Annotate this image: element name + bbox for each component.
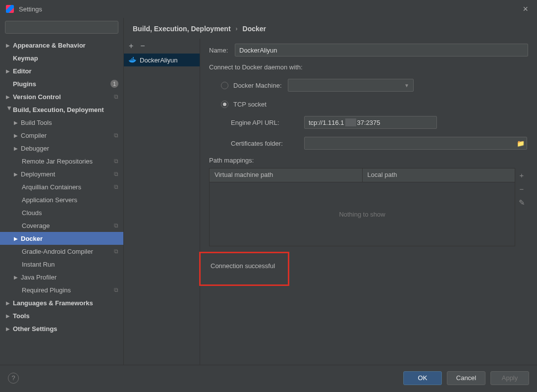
radio-docker-machine-label: Docker Machine:: [233, 82, 283, 89]
settings-tree: ▶Appearance & Behavior Keymap ▶Editor Pl…: [0, 39, 123, 365]
docker-server-name: DockerAliyun: [140, 56, 178, 64]
scope-icon: ⧉: [114, 286, 118, 293]
tree-remote-jar[interactable]: Remote Jar Repositories⧉: [0, 155, 123, 168]
cert-folder-label: Certificates folder:: [231, 140, 304, 147]
apply-button[interactable]: Apply: [490, 371, 529, 385]
scope-icon: ⧉: [114, 170, 118, 177]
tree-debugger[interactable]: ▶Debugger: [0, 142, 123, 155]
tree-build-tools[interactable]: ▶Build Tools: [0, 116, 123, 129]
settings-sidebar: 🔍 ▶Appearance & Behavior Keymap ▶Editor …: [0, 18, 124, 365]
edit-mapping-button[interactable]: ✎: [515, 196, 528, 210]
tree-instant-run[interactable]: Instant Run: [0, 258, 123, 271]
plugins-badge: 1: [110, 80, 118, 88]
tree-required-plugins[interactable]: Required Plugins⧉: [0, 283, 123, 296]
tree-coverage[interactable]: Coverage⧉: [0, 219, 123, 232]
tree-arquillian[interactable]: Arquillian Containers⧉: [0, 180, 123, 193]
scope-icon: ⧉: [114, 248, 118, 255]
scope-icon: ⧉: [114, 183, 118, 190]
tree-bed[interactable]: ▶Build, Execution, Deployment: [0, 103, 123, 116]
remove-mapping-button[interactable]: −: [515, 182, 528, 196]
col-vm-path[interactable]: Virtual machine path: [210, 168, 363, 182]
tree-appearance[interactable]: ▶Appearance & Behavior: [0, 39, 123, 52]
add-mapping-button[interactable]: +: [515, 168, 528, 182]
name-label: Name:: [209, 47, 235, 54]
connection-status: Connection successful: [211, 262, 275, 270]
connect-label: Connect to Docker daemon with:: [209, 63, 528, 71]
engine-api-label: Engine API URL:: [231, 119, 304, 126]
docker-server-item[interactable]: DockerAliyun: [124, 54, 200, 66]
breadcrumb: Build, Execution, Deployment › Docker: [124, 18, 537, 39]
app-icon: [6, 5, 14, 13]
tree-version-control[interactable]: ▶Version Control⧉: [0, 90, 123, 103]
scope-icon: ⧉: [114, 222, 118, 229]
help-button[interactable]: ?: [8, 373, 19, 384]
tree-deployment[interactable]: ▶Deployment⧉: [0, 168, 123, 180]
tree-compiler[interactable]: ▶Compiler⧉: [0, 129, 123, 142]
radio-tcp-socket-label: TCP socket: [233, 101, 283, 108]
docker-detail-panel: Name: Connect to Docker daemon with: Doc…: [200, 39, 537, 365]
table-empty: Nothing to show: [210, 182, 515, 246]
close-icon[interactable]: ×: [520, 4, 531, 14]
tree-languages[interactable]: ▶Languages & Frameworks: [0, 296, 123, 309]
radio-tcp-socket[interactable]: [221, 101, 228, 108]
tree-gradle-android[interactable]: Gradle-Android Compiler⧉: [0, 245, 123, 258]
col-local-path[interactable]: Local path: [363, 168, 515, 182]
radio-docker-machine[interactable]: [221, 82, 228, 89]
breadcrumb-a[interactable]: Build, Execution, Deployment: [133, 25, 231, 33]
ok-button[interactable]: OK: [403, 371, 442, 385]
breadcrumb-b: Docker: [243, 25, 266, 33]
connection-status-highlight: Connection successful: [199, 252, 289, 286]
cert-folder-input[interactable]: [304, 137, 527, 150]
tree-plugins[interactable]: Plugins1: [0, 77, 123, 90]
tree-clouds[interactable]: Clouds: [0, 206, 123, 219]
path-mappings-table: Virtual machine path Local path Nothing …: [209, 168, 515, 246]
chevron-right-icon: ›: [236, 25, 238, 32]
masked-segment: [345, 118, 356, 126]
tree-editor[interactable]: ▶Editor: [0, 64, 123, 77]
tree-docker[interactable]: ▶Docker: [0, 232, 123, 245]
tree-app-servers[interactable]: Application Servers: [0, 193, 123, 206]
window-title: Settings: [19, 5, 42, 13]
name-input[interactable]: [235, 44, 528, 56]
docker-icon: [129, 57, 137, 63]
tree-other[interactable]: ▶Other Settings: [0, 322, 123, 335]
engine-api-input[interactable]: tcp://1.116.1 37:2375: [304, 116, 437, 129]
cancel-button[interactable]: Cancel: [447, 371, 485, 385]
scope-icon: ⧉: [114, 93, 118, 100]
browse-folder-icon[interactable]: 📁: [514, 137, 527, 150]
tree-java-profiler[interactable]: ▶Java Profiler: [0, 271, 123, 283]
tree-keymap[interactable]: Keymap: [0, 52, 123, 64]
path-mappings-label: Path mappings:: [209, 157, 528, 164]
title-bar: Settings ×: [0, 0, 537, 18]
docker-list-panel: + − DockerAliyun: [124, 39, 200, 365]
search-input[interactable]: [5, 21, 118, 34]
chevron-down-icon: ▼: [404, 83, 409, 88]
remove-button[interactable]: −: [140, 42, 145, 51]
dialog-footer: ? OK Cancel Apply: [0, 365, 537, 391]
tree-tools[interactable]: ▶Tools: [0, 309, 123, 322]
docker-machine-combo[interactable]: ▼: [288, 79, 414, 92]
scope-icon: ⧉: [114, 158, 118, 165]
add-button[interactable]: +: [129, 42, 133, 51]
scope-icon: ⧉: [114, 132, 118, 139]
